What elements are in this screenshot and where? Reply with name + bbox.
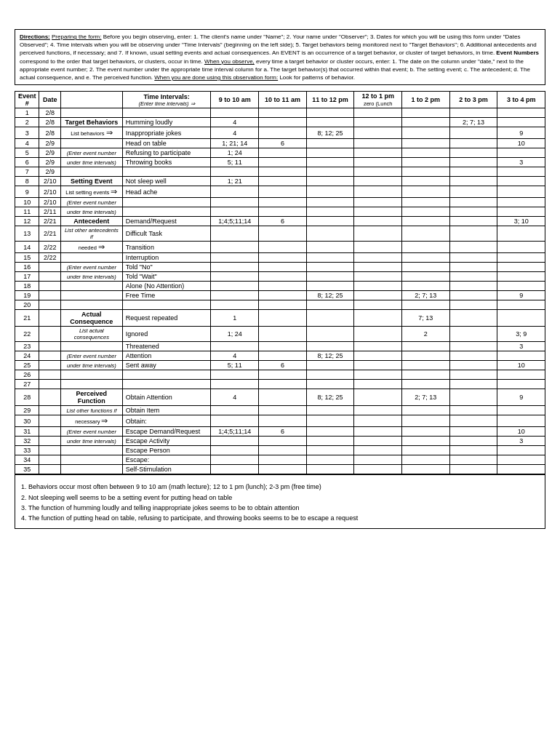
cell-time-4 [354,291,402,300]
cell-time-3 [306,446,354,455]
cell-behavior: Not sleep well [122,177,211,186]
cell-date: 2/8 [39,108,61,118]
cell-time-4 [354,108,402,118]
directions-box: Directions: Preparing the form: Before y… [15,29,545,85]
cell-time-3 [306,242,354,253]
cell-behavior: Told "Wait" [122,272,211,282]
cell-time-6 [449,380,497,389]
cell-date [39,291,61,300]
cell-time-1 [211,465,259,474]
cell-time-4 [354,427,402,437]
cell-event: 34 [15,455,39,465]
cell-time-1 [211,167,259,177]
cell-time-2 [259,158,307,167]
table-row: 23Threatened3 [15,342,545,351]
time-intervals-sub: (Enter time intervals) ⇒ [125,100,209,107]
table-row: 27 [15,380,545,389]
cell-time-5 [402,272,450,282]
table-row: 32/8List behaviors ⇒Inappropriate jokes4… [15,127,545,139]
header-event: Event # [15,92,39,108]
table-row: 29List other functions ifObtain Item [15,406,545,415]
cell-behavior: Obtain Item [122,406,211,415]
cell-time-7 [497,207,545,217]
cell-time-6 [449,342,497,351]
cell-time-3 [306,217,354,226]
cell-time-2 [259,108,307,118]
cell-time-1 [211,226,259,242]
cell-event: 35 [15,465,39,474]
cell-behavior [122,198,211,207]
cell-time-3 [306,139,354,148]
cell-behavior: Sent away [122,361,211,370]
cell-section [61,108,123,118]
cell-behavior: Interruption [122,253,211,263]
cell-time-1: 4 [211,127,259,139]
cell-time-5 [402,217,450,226]
cell-event: 27 [15,380,39,389]
cell-event: 19 [15,291,39,300]
cell-time-3 [306,361,354,370]
cell-date: 2/21 [39,217,61,226]
cell-behavior: Inappropriate jokes [122,127,211,139]
cell-time-4 [354,263,402,272]
cell-time-2 [259,406,307,415]
cell-date: 2/10 [39,198,61,207]
cell-event: 12 [15,217,39,226]
cell-time-1: 1 [211,310,259,327]
cell-time-4 [354,380,402,389]
table-row: 142/22needed ⇒Transition [15,242,545,253]
cell-time-6 [449,177,497,186]
cell-time-1: 1; 21 [211,177,259,186]
cell-time-6 [449,465,497,474]
cell-time-2 [259,177,307,186]
cell-behavior: Refusing to participate [122,148,211,158]
cell-time-2 [259,272,307,282]
cell-time-3 [306,415,354,427]
cell-time-1: 1; 24 [211,327,259,342]
table-row: 31(Enter event numberEscape Demand/Reque… [15,427,545,437]
cell-time-1 [211,437,259,446]
cell-time-7: 9 [497,127,545,139]
cell-time-3 [306,263,354,272]
cell-time-5 [402,198,450,207]
cell-time-6: 2; 7; 13 [449,118,497,127]
cell-time-1: 4 [211,389,259,406]
cell-section: under time intervals) [61,437,123,446]
cell-time-6 [449,446,497,455]
header-date: Date [39,92,61,108]
cell-date [39,327,61,342]
cell-behavior: Escape Activity [122,437,211,446]
cell-time-3 [306,437,354,446]
cell-time-3 [306,300,354,310]
cell-event: 24 [15,351,39,361]
cell-section: necessary ⇒ [61,415,123,427]
cell-section: under time intervals) [61,272,123,282]
cell-behavior: Transition [122,242,211,253]
table-row: 92/10List setting events ⇒Head ache [15,186,545,198]
table-row: 28Perceived FunctionObtain Attention48; … [15,389,545,406]
cell-time-2 [259,370,307,380]
cell-time-2 [259,446,307,455]
cell-time-3 [306,327,354,342]
cell-date: 2/22 [39,253,61,263]
cell-behavior: Told "No" [122,263,211,272]
cell-time-3: 8; 12; 25 [306,351,354,361]
cell-date [39,300,61,310]
cell-time-2: 6 [259,361,307,370]
cell-time-4 [354,148,402,158]
cell-event: 13 [15,226,39,242]
cell-time-2 [259,198,307,207]
cell-time-2 [259,342,307,351]
cell-behavior: Escape: [122,455,211,465]
cell-behavior: Escape Demand/Request [122,427,211,437]
cell-time-7: 10 [497,361,545,370]
cell-time-4 [354,389,402,406]
cell-time-5 [402,226,450,242]
cell-time-5 [402,415,450,427]
table-row: 72/9 [15,167,545,177]
cell-date [39,427,61,437]
cell-time-5 [402,186,450,198]
cell-time-5 [402,351,450,361]
cell-time-6 [449,127,497,139]
cell-event: 31 [15,427,39,437]
